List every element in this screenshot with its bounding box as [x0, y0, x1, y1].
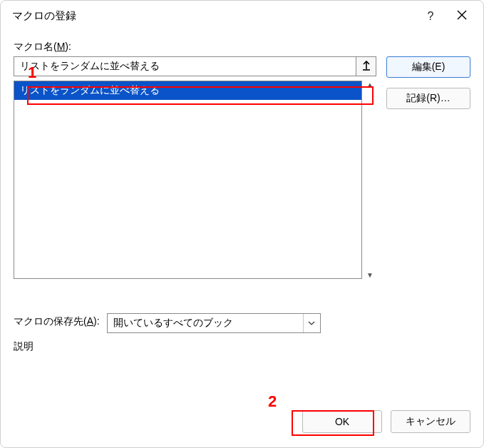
macro-location-label-accel: A — [87, 315, 93, 327]
left-column: マクロ名(M): — [14, 41, 376, 279]
help-button[interactable]: ? — [415, 4, 446, 29]
window-title: マクロの登録 — [12, 9, 415, 23]
cancel-button[interactable]: キャンセル — [391, 410, 470, 433]
macro-location-label-suffix: ): — [93, 315, 100, 327]
macro-listbox-wrap: リストをランダムに並べ替える ▲ ▼ — [14, 81, 376, 279]
scroll-down-icon: ▼ — [366, 271, 374, 279]
edit-button-label: 編集(E) — [412, 61, 446, 73]
assign-macro-dialog: 1 2 マクロの登録 ? マクロ名(M): — [0, 0, 484, 448]
help-icon: ? — [428, 10, 434, 23]
cancel-button-label: キャンセル — [406, 415, 455, 428]
close-icon — [457, 10, 467, 23]
titlebar: マクロの登録 ? — [1, 1, 483, 32]
edit-button[interactable]: 編集(E) — [386, 56, 470, 78]
macro-name-label-prefix: マクロ名( — [14, 41, 57, 52]
record-button[interactable]: 記録(R)… — [386, 88, 470, 109]
right-column: 編集(E) 記録(R)… — [386, 41, 470, 109]
macro-name-row — [14, 56, 376, 76]
dialog-content: マクロ名(M): — [1, 32, 483, 399]
macro-name-label: マクロ名(M): — [14, 41, 376, 54]
macro-location-value: 開いているすべてのブック — [113, 317, 233, 330]
ok-button[interactable]: OK — [302, 410, 382, 433]
record-button-label: 記録(R)… — [406, 92, 450, 105]
list-item[interactable]: リストをランダムに並べ替える — [14, 81, 361, 100]
description-label-text: 説明 — [14, 340, 34, 352]
ok-button-label: OK — [335, 416, 349, 427]
close-button[interactable] — [446, 4, 478, 29]
description-label: 説明 — [14, 340, 470, 353]
macro-name-label-accel: M — [57, 41, 66, 52]
macro-name-label-suffix: ): — [65, 41, 71, 52]
listbox-scrollbar[interactable]: ▲ ▼ — [362, 81, 376, 279]
macro-location-label-prefix: マクロの保存先( — [14, 315, 87, 327]
macro-listbox[interactable]: リストをランダムに並べ替える — [14, 81, 362, 279]
top-row: マクロ名(M): — [14, 41, 470, 279]
dialog-footer: OK キャンセル — [1, 399, 483, 447]
scroll-up-icon: ▲ — [366, 81, 374, 88]
macro-location-label: マクロの保存先(A): — [14, 315, 100, 328]
macro-name-input[interactable] — [14, 56, 356, 76]
macro-location-row: マクロの保存先(A): 開いているすべてのブック — [14, 313, 470, 333]
reference-icon — [361, 61, 371, 73]
chevron-down-icon — [303, 314, 320, 332]
reference-button[interactable] — [356, 56, 376, 76]
macro-location-select[interactable]: 開いているすべてのブック — [107, 313, 321, 333]
